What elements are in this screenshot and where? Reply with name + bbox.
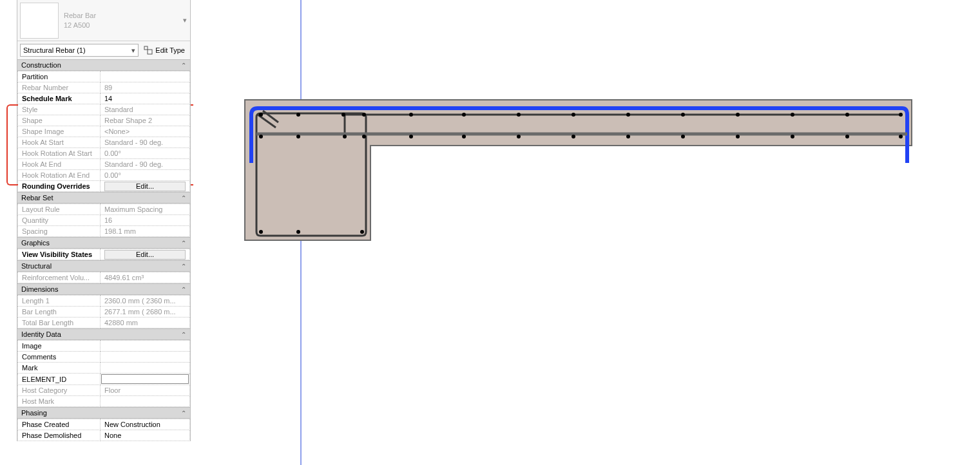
prop-value[interactable]: [101, 363, 190, 374]
svg-point-14: [736, 113, 740, 117]
prop-value[interactable]: [101, 71, 190, 82]
edit-button[interactable]: Edit...: [104, 182, 186, 191]
chevron-down-icon[interactable]: ▾: [180, 16, 190, 24]
section-title: Rebar Set: [21, 194, 53, 202]
table-row[interactable]: Reinforcement Volu...4849.61 cm³: [18, 272, 190, 283]
table-row[interactable]: View Visibility StatesEdit...: [18, 249, 190, 260]
prop-label: Hook Rotation At Start: [18, 148, 101, 159]
svg-rect-1: [148, 50, 152, 54]
prop-value[interactable]: [101, 352, 190, 363]
section-title: Phasing: [21, 409, 47, 417]
svg-point-15: [791, 113, 794, 117]
prop-value: 198.1 mm: [101, 226, 190, 237]
svg-point-27: [681, 135, 685, 138]
svg-point-5: [296, 113, 300, 117]
chevron-up-icon: ⌃: [181, 410, 186, 417]
section-header-rebarset[interactable]: Rebar Set ⌃: [17, 192, 190, 204]
table-row[interactable]: Schedule Mark14: [18, 93, 190, 104]
table-row[interactable]: ShapeRebar Shape 2: [18, 115, 190, 126]
edit-type-button[interactable]: Edit Type: [141, 44, 187, 56]
structural-table: Reinforcement Volu...4849.61 cm³: [17, 272, 190, 283]
prop-value: [101, 374, 190, 385]
table-row[interactable]: Rounding OverridesEdit...: [18, 181, 190, 192]
dimensions-table: Length 12360.0 mm ( 2360 m... Bar Length…: [17, 295, 190, 328]
prop-value: Rebar Shape 2: [101, 115, 190, 126]
prop-value[interactable]: None: [101, 430, 190, 441]
table-row[interactable]: Shape Image<None>: [18, 126, 190, 137]
graphics-table: View Visibility StatesEdit...: [17, 249, 190, 260]
table-row[interactable]: Total Bar Length42880 mm: [18, 318, 190, 328]
prop-label: ELEMENT_ID: [18, 374, 101, 385]
table-row[interactable]: Partition: [18, 71, 190, 82]
section-header-dimensions[interactable]: Dimensions ⌃: [17, 283, 190, 295]
table-row[interactable]: Hook At StartStandard - 90 deg.: [18, 137, 190, 148]
chevron-up-icon: ⌃: [181, 195, 186, 202]
filter-row: Structural Rebar (1) ▾ Edit Type: [17, 41, 190, 59]
table-row[interactable]: Hook At EndStandard - 90 deg.: [18, 159, 190, 170]
table-row[interactable]: Comments: [18, 352, 190, 363]
edit-button[interactable]: Edit...: [104, 250, 186, 260]
prop-value[interactable]: 14: [101, 93, 190, 104]
section-header-structural[interactable]: Structural ⌃: [17, 260, 190, 272]
prop-label: Comments: [18, 352, 101, 363]
svg-point-19: [296, 135, 300, 138]
prop-value: Standard - 90 deg.: [101, 159, 190, 170]
element-id-input[interactable]: [101, 374, 189, 384]
section-header-phasing[interactable]: Phasing ⌃: [17, 407, 190, 419]
drawing-canvas[interactable]: [193, 0, 980, 465]
table-row[interactable]: Length 12360.0 mm ( 2360 m...: [18, 296, 190, 307]
svg-point-30: [845, 135, 849, 138]
construction-table: Partition Rebar Number89 Schedule Mark14…: [17, 71, 190, 192]
edit-type-icon: [144, 46, 153, 55]
type-selector[interactable]: Rebar Bar 12 A500 ▾: [17, 0, 190, 41]
table-row[interactable]: ELEMENT_ID: [18, 374, 190, 385]
table-row[interactable]: Spacing198.1 mm: [18, 226, 190, 237]
prop-label: Shape Image: [18, 126, 101, 137]
table-row[interactable]: Host CategoryFloor: [18, 385, 190, 396]
section-header-identity[interactable]: Identity Data ⌃: [17, 328, 190, 340]
svg-point-13: [681, 113, 685, 117]
table-row[interactable]: Quantity16: [18, 215, 190, 226]
table-row[interactable]: Mark: [18, 363, 190, 374]
table-row[interactable]: Bar Length2677.1 mm ( 2680 m...: [18, 307, 190, 318]
table-row[interactable]: Host Mark: [18, 396, 190, 407]
prop-label: Partition: [18, 71, 101, 82]
prop-label: Host Category: [18, 385, 101, 396]
prop-label: Layout Rule: [18, 204, 101, 215]
svg-point-11: [572, 113, 575, 117]
table-row[interactable]: Rebar Number89: [18, 82, 190, 93]
table-row[interactable]: Layout RuleMaximum Spacing: [18, 204, 190, 215]
phasing-table: Phase CreatedNew Construction Phase Demo…: [17, 419, 190, 441]
type-text: Rebar Bar 12 A500: [61, 11, 180, 30]
svg-point-25: [572, 135, 575, 138]
prop-value: <None>: [101, 126, 190, 137]
svg-point-32: [259, 230, 263, 234]
svg-point-26: [626, 135, 630, 138]
table-row[interactable]: StyleStandard: [18, 104, 190, 115]
identity-table: Image Comments Mark ELEMENT_ID Host Cate…: [17, 340, 190, 407]
svg-point-17: [899, 113, 903, 117]
section-header-construction[interactable]: Construction ⌃: [17, 59, 190, 71]
prop-value: Standard - 90 deg.: [101, 137, 190, 148]
svg-point-16: [845, 113, 849, 117]
chevron-down-icon: ▾: [131, 46, 135, 55]
table-row[interactable]: Image: [18, 341, 190, 352]
instance-filter-select[interactable]: Structural Rebar (1) ▾: [20, 44, 139, 57]
svg-point-31: [899, 135, 903, 138]
section-header-graphics[interactable]: Graphics ⌃: [17, 237, 190, 249]
prop-label: Phase Demolished: [18, 430, 101, 441]
prop-label: Hook Rotation At End: [18, 170, 101, 181]
chevron-up-icon: ⌃: [181, 286, 186, 293]
prop-value[interactable]: [101, 341, 190, 352]
prop-label: Mark: [18, 363, 101, 374]
drawing-svg: [193, 0, 980, 465]
table-row[interactable]: Hook Rotation At Start0.00°: [18, 148, 190, 159]
table-row[interactable]: Phase CreatedNew Construction: [18, 419, 190, 430]
prop-label: Phase Created: [18, 419, 101, 430]
prop-label: Rounding Overrides: [18, 181, 101, 192]
table-row[interactable]: Phase DemolishedNone: [18, 430, 190, 441]
prop-label: Reinforcement Volu...: [18, 272, 101, 283]
prop-value[interactable]: New Construction: [101, 419, 190, 430]
table-row[interactable]: Hook Rotation At End0.00°: [18, 170, 190, 181]
chevron-up-icon: ⌃: [181, 331, 186, 338]
